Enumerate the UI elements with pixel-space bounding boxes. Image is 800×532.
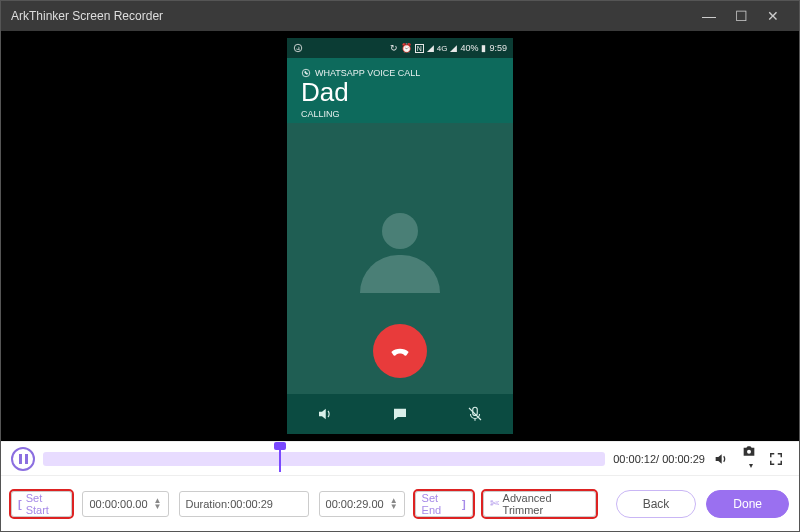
whatsapp-icon [301,68,311,78]
done-label: Done [733,497,762,511]
signal-bars-icon: ◢ [450,43,457,53]
nfc-icon: N [415,44,424,53]
timeline-track[interactable] [43,452,605,466]
back-label: Back [643,497,670,511]
stepper-arrows-icon[interactable]: ▲▼ [390,498,398,510]
speaker-button[interactable] [287,394,362,434]
end-call-button[interactable] [373,324,427,378]
network-icon: 4G [437,44,448,53]
mic-off-icon [466,405,484,423]
controls-row: [ Set Start 00:00:00.00 ▲▼ Duration:00:0… [1,475,799,531]
set-end-label: Set End [422,492,458,516]
pause-icon [19,454,28,464]
start-time-value: 00:00:00.00 [89,498,147,510]
signal-icon: ◢ [427,43,434,53]
total-time: 00:00:29 [662,453,705,465]
back-button[interactable]: Back [616,490,697,518]
whatsapp-indicator-icon [293,43,303,53]
snapshot-button[interactable]: ▾ [741,443,761,475]
call-body [287,123,513,394]
avatar-placeholder-icon [355,213,445,303]
maximize-button[interactable]: ☐ [725,8,757,24]
done-button[interactable]: Done [706,490,789,518]
phone-screen: ↻ ⏰ N ◢ 4G ◢ 40% ▮ 9:59 WHATSAPP VOICE C… [287,38,513,434]
speaker-icon [316,405,334,423]
phone-hangup-icon [387,338,413,364]
set-end-button[interactable]: Set End ] [415,491,473,517]
playhead[interactable] [279,446,281,472]
svg-point-0 [294,44,302,52]
set-start-label: Set Start [26,492,66,516]
battery-text: 40% [460,43,478,53]
set-start-button[interactable]: [ Set Start [11,491,72,517]
alarm-icon: ⏰ [401,43,412,53]
app-title: ArkThinker Screen Recorder [11,9,693,23]
stepper-arrows-icon[interactable]: ▲▼ [154,498,162,510]
close-button[interactable]: ✕ [757,8,789,24]
sync-icon: ↻ [390,43,398,53]
call-footer [287,394,513,434]
fullscreen-icon [769,452,783,466]
fullscreen-button[interactable] [769,452,789,466]
clock-text: 9:59 [489,43,507,53]
minimize-button[interactable]: — [693,8,725,24]
duration-value: Duration:00:00:29 [186,498,273,510]
voice-call-label: WHATSAPP VOICE CALL [315,68,420,78]
contact-name: Dad [301,78,499,107]
chat-button[interactable] [362,394,437,434]
svg-point-3 [747,449,751,453]
titlebar: ArkThinker Screen Recorder — ☐ ✕ [1,1,799,31]
volume-button[interactable] [713,451,733,467]
end-time-field[interactable]: 00:00:29.00 ▲▼ [319,491,405,517]
call-header: WHATSAPP VOICE CALL Dad CALLING [287,58,513,123]
chat-icon [391,405,409,423]
advanced-trimmer-label: Advanced Trimmer [503,492,589,516]
end-time-value: 00:00:29.00 [326,498,384,510]
advanced-trimmer-button[interactable]: ✄ Advanced Trimmer [483,491,596,517]
scissors-icon: ✄ [490,497,499,510]
bracket-start-icon: [ [18,498,22,510]
phone-status-bar: ↻ ⏰ N ◢ 4G ◢ 40% ▮ 9:59 [287,38,513,58]
timeline-row: 00:00:12/ 00:00:29 ▾ [1,441,799,475]
start-time-field[interactable]: 00:00:00.00 ▲▼ [82,491,168,517]
camera-icon [741,443,757,459]
current-time: 00:00:12 [613,453,656,465]
pause-button[interactable] [11,447,35,471]
call-status: CALLING [301,109,499,119]
time-readout: 00:00:12/ 00:00:29 [613,453,705,465]
volume-icon [713,451,729,467]
mute-button[interactable] [438,394,513,434]
duration-field[interactable]: Duration:00:00:29 [179,491,309,517]
preview-area: ↻ ⏰ N ◢ 4G ◢ 40% ▮ 9:59 WHATSAPP VOICE C… [1,31,799,441]
battery-icon: ▮ [481,43,486,53]
bracket-end-icon: ] [462,498,466,510]
